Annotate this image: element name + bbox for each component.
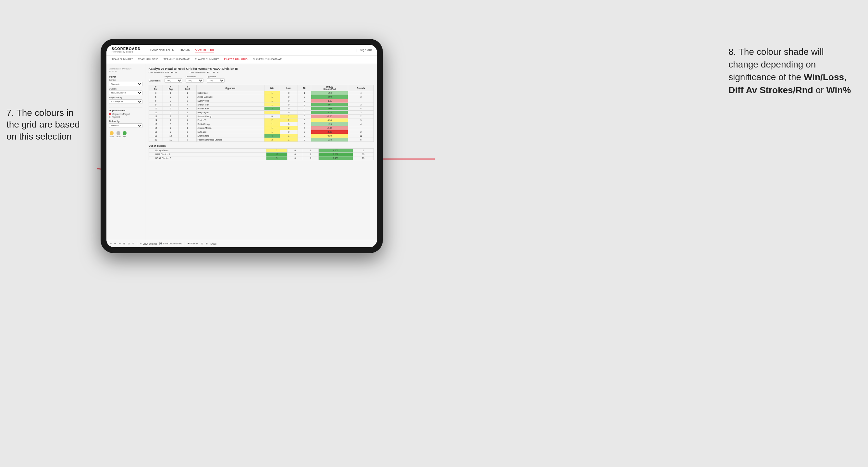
main-data-table: #Div #Reg #Conf Opponent Win Loss Tie Di… (149, 85, 374, 142)
toolbar-save-custom[interactable]: 💾 Save Custom View (159, 242, 182, 245)
nav-pipe: | (356, 49, 357, 52)
table-row: Foreign Team 100 4.5002 (149, 149, 374, 153)
table-row: 20117 Federica Domecq Lacroze 210 1.336 (149, 138, 374, 142)
filter-conference: Conference (All) (186, 75, 204, 83)
logo-sub: Powered by clippd (112, 51, 141, 53)
radio-opponents-played-label: Opponents Played (112, 113, 129, 115)
col-conf: #Conf (179, 85, 196, 91)
annotation-left: 7. The colours in the grid are based on … (6, 107, 97, 143)
col-loss: Loss (280, 85, 298, 91)
grid-title: Katelyn Vo Head-to-Head Grid for Women's… (149, 67, 374, 70)
table-row: 1671 Jessica Mason 120 -0.94 (149, 126, 374, 130)
table-row: NAIA Division 1 1500 9.26730 (149, 153, 374, 156)
table-row: 311 Esther Lee 101 1.504 (149, 91, 374, 95)
division-record: Division Record: 331 - 34 - 6 (189, 71, 218, 74)
legend-level-dot (117, 131, 120, 135)
nav-tournaments[interactable]: TOURNAMENTS (150, 47, 174, 53)
sidebar-timestamp: Last Updated: 27/03/2024 16:55:38 (109, 67, 143, 73)
overall-record: Overall Record: 353 - 34 - 6 (149, 71, 177, 74)
toolbar-sep2 (185, 242, 185, 246)
legend-level-label: Level (116, 136, 120, 137)
table-row: 633 Sydney Kuo 100 -1.00 (149, 99, 374, 103)
annotation-right-bold2: Diff Av Strokes/Rnd (728, 85, 813, 95)
table-row: 914 Sharon Mun 100 3.673 (149, 103, 374, 107)
table-row: 1822 Euna Lee 100 -5.002 (149, 130, 374, 134)
sub-nav-player-summary[interactable]: PLAYER SUMMARY (195, 57, 219, 62)
logo: SCOREBOARD Powered by clippd (112, 47, 141, 53)
out-of-division-header: Out of division (149, 145, 374, 147)
sub-nav-player-h2h-heatmap[interactable]: PLAYER H2H HEATMAP (253, 57, 282, 62)
toolbar-crop[interactable]: ⊡ (128, 242, 130, 245)
colour-by-select[interactable]: Win/loss (109, 123, 143, 128)
toolbar-sep1 (137, 242, 137, 246)
sidebar-player-rank-label: Player (Rank) (109, 96, 143, 99)
bottom-toolbar: ↩ ↪ ↩ ⊞ ⊡ ↺ 👁 View: Original 💾 Save Cust… (106, 240, 377, 247)
toolbar-watch[interactable]: 👁 Watch ▾ (188, 242, 198, 245)
radio-opponents-played-dot (109, 113, 111, 115)
col-opponent: Opponent (196, 85, 265, 91)
annotation-sep1: , (844, 72, 846, 82)
sub-nav-team-summary[interactable]: TEAM SUMMARY (112, 57, 133, 62)
sidebar-gender-select[interactable]: Women's (109, 82, 143, 86)
logo-text: SCOREBOARD (112, 47, 141, 51)
col-tie: Tie (298, 85, 311, 91)
sidebar: Last Updated: 27/03/2024 16:55:38 Player… (106, 64, 145, 240)
radio-top100-dot (109, 116, 111, 118)
filter-region-select[interactable]: (All) (164, 78, 182, 83)
col-reg: #Reg (163, 85, 179, 91)
sidebar-divider (109, 107, 143, 107)
nav-bar: SCOREBOARD Powered by clippd TOURNAMENTS… (106, 45, 377, 56)
col-rounds: Rounds (348, 85, 374, 91)
table-row: 522 Alexis Sudjianto 100 4.003 (149, 95, 374, 99)
annotation-right-bold3: Win% (826, 85, 851, 95)
annotation-right: 8. The colour shade will change dependin… (728, 45, 852, 96)
nav-committee[interactable]: COMMITTEE (195, 47, 215, 53)
nav-right: | Sign out (356, 47, 372, 53)
legend-up: Up (123, 131, 127, 137)
filter-region: Region (All) (164, 75, 182, 83)
annotation-right-bold1: Win/Loss (804, 72, 844, 82)
table-row: 1311 Jessica Huang 010 -3.002 (149, 115, 374, 119)
legend-up-dot (123, 131, 127, 135)
col-win: Win (265, 85, 280, 91)
main-content: Last Updated: 27/03/2024 16:55:38 Player… (106, 64, 377, 240)
nav-signout[interactable]: Sign out (360, 47, 372, 53)
radio-opponents-played[interactable]: Opponents Played (109, 113, 143, 115)
radio-top100-label: Top 100 (112, 116, 120, 118)
toolbar-undo[interactable]: ↩ (110, 242, 112, 245)
sidebar-division-label: Division (109, 88, 143, 90)
sidebar-division-select[interactable]: NCAA Division III (109, 91, 143, 95)
legend-up-label: Up (123, 136, 126, 137)
table-row: NCAA Division 2 500 7.40010 (149, 156, 374, 160)
toolbar-redo-small[interactable]: ↪ (114, 242, 116, 245)
legend-level: Level (116, 131, 120, 137)
annotation-left-line1: 7. The colours in (6, 108, 74, 118)
table-row: 1474 Eunice Yi 220 0.389 (149, 119, 374, 122)
filter-conference-select[interactable]: (All) (186, 78, 204, 83)
table-row: 1152 Heejo Hyun 100 3.333 (149, 111, 374, 115)
toolbar-layout1[interactable]: ⊡ (201, 242, 203, 245)
toolbar-layout2[interactable]: ⊞ (206, 242, 208, 245)
sub-nav: TEAM SUMMARY TEAM H2H GRID TEAM H2H HEAT… (106, 56, 377, 64)
col-div: #Div (149, 85, 163, 91)
nav-teams[interactable]: TEAMS (179, 47, 190, 53)
opponents-label: Opponents: (149, 80, 161, 82)
filter-opponent-select[interactable]: (All) (207, 78, 224, 83)
table-row: 19106 Emily Chang 410 0.3011 (149, 134, 374, 138)
radio-top100[interactable]: Top 100 (109, 116, 143, 118)
toolbar-undo-redo[interactable]: ↩ (119, 242, 121, 245)
out-of-division-table: Foreign Team 100 4.5002 NAIA Division 1 … (149, 148, 374, 160)
toolbar-view-original[interactable]: 👁 View: Original (140, 243, 157, 245)
toolbar-grid[interactable]: ⊞ (123, 242, 125, 245)
sidebar-player-rank-select[interactable]: 8. Katelyn Vo (109, 99, 143, 104)
sub-nav-player-h2h-grid[interactable]: PLAYER H2H GRID (224, 57, 248, 62)
annotation-left-line2: the grid are based (6, 119, 80, 129)
toolbar-share[interactable]: Share (210, 243, 216, 245)
table-row: 1063 Andrea York 200 4.004 (149, 107, 374, 111)
grid-records: Overall Record: 353 - 34 - 6 Division Re… (149, 71, 374, 74)
toolbar-refresh[interactable]: ↺ (132, 242, 134, 245)
sub-nav-team-h2h-grid[interactable]: TEAM H2H GRID (138, 57, 158, 62)
col-diff: Diff AvStrokes/Rnd (311, 85, 348, 91)
sub-nav-team-h2h-heatmap[interactable]: TEAM H2H HEATMAP (163, 57, 190, 62)
sidebar-gender-label: Gender (109, 79, 143, 81)
